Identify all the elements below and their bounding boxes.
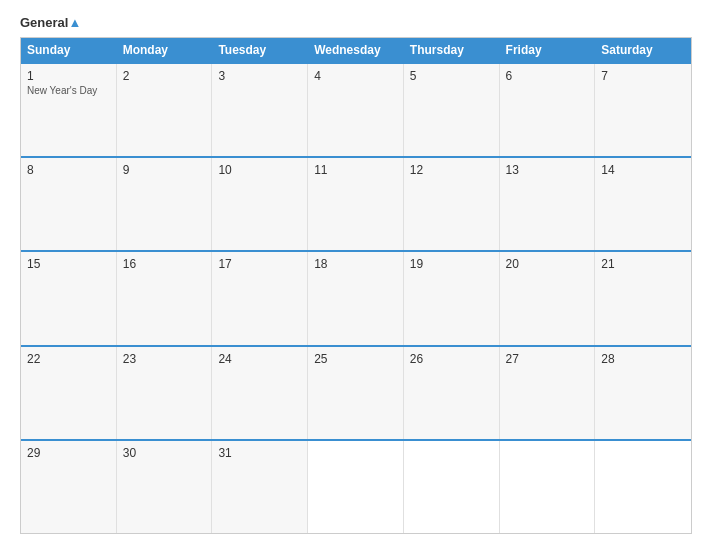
calendar-weeks: 1New Year's Day2345678910111213141516171… xyxy=(21,62,691,533)
day-header-friday: Friday xyxy=(500,38,596,62)
empty-day-cell xyxy=(404,441,500,533)
day-cell-9: 9 xyxy=(117,158,213,250)
day-cell-7: 7 xyxy=(595,64,691,156)
empty-day-cell xyxy=(595,441,691,533)
day-cell-15: 15 xyxy=(21,252,117,344)
day-number: 26 xyxy=(410,352,493,366)
day-cell-12: 12 xyxy=(404,158,500,250)
day-number: 4 xyxy=(314,69,397,83)
day-number: 17 xyxy=(218,257,301,271)
day-number: 27 xyxy=(506,352,589,366)
day-header-tuesday: Tuesday xyxy=(212,38,308,62)
day-cell-24: 24 xyxy=(212,347,308,439)
day-number: 28 xyxy=(601,352,685,366)
day-number: 13 xyxy=(506,163,589,177)
day-number: 18 xyxy=(314,257,397,271)
day-number: 6 xyxy=(506,69,589,83)
logo: General▲ xyxy=(20,16,81,29)
day-number: 23 xyxy=(123,352,206,366)
week-row-2: 891011121314 xyxy=(21,156,691,250)
day-number: 14 xyxy=(601,163,685,177)
day-cell-6: 6 xyxy=(500,64,596,156)
day-header-monday: Monday xyxy=(117,38,213,62)
day-number: 10 xyxy=(218,163,301,177)
day-number: 5 xyxy=(410,69,493,83)
day-event: New Year's Day xyxy=(27,85,110,96)
logo-general: General xyxy=(20,15,68,30)
day-cell-5: 5 xyxy=(404,64,500,156)
day-cell-27: 27 xyxy=(500,347,596,439)
day-cell-21: 21 xyxy=(595,252,691,344)
day-cell-20: 20 xyxy=(500,252,596,344)
day-cell-4: 4 xyxy=(308,64,404,156)
day-number: 22 xyxy=(27,352,110,366)
day-cell-17: 17 xyxy=(212,252,308,344)
day-cell-30: 30 xyxy=(117,441,213,533)
day-number: 30 xyxy=(123,446,206,460)
day-number: 1 xyxy=(27,69,110,83)
week-row-5: 293031 xyxy=(21,439,691,533)
day-cell-25: 25 xyxy=(308,347,404,439)
calendar-grid: SundayMondayTuesdayWednesdayThursdayFrid… xyxy=(20,37,692,534)
day-number: 3 xyxy=(218,69,301,83)
day-header-wednesday: Wednesday xyxy=(308,38,404,62)
day-headers-row: SundayMondayTuesdayWednesdayThursdayFrid… xyxy=(21,38,691,62)
day-cell-16: 16 xyxy=(117,252,213,344)
day-number: 7 xyxy=(601,69,685,83)
day-cell-26: 26 xyxy=(404,347,500,439)
page-header: General▲ xyxy=(20,16,692,29)
calendar-page: General▲ SundayMondayTuesdayWednesdayThu… xyxy=(0,0,712,550)
week-row-4: 22232425262728 xyxy=(21,345,691,439)
empty-day-cell xyxy=(500,441,596,533)
day-number: 16 xyxy=(123,257,206,271)
day-cell-22: 22 xyxy=(21,347,117,439)
day-cell-13: 13 xyxy=(500,158,596,250)
day-number: 31 xyxy=(218,446,301,460)
day-number: 12 xyxy=(410,163,493,177)
empty-day-cell xyxy=(308,441,404,533)
day-cell-3: 3 xyxy=(212,64,308,156)
day-number: 21 xyxy=(601,257,685,271)
day-number: 11 xyxy=(314,163,397,177)
day-number: 2 xyxy=(123,69,206,83)
day-cell-28: 28 xyxy=(595,347,691,439)
day-cell-10: 10 xyxy=(212,158,308,250)
day-cell-23: 23 xyxy=(117,347,213,439)
day-number: 9 xyxy=(123,163,206,177)
day-number: 20 xyxy=(506,257,589,271)
day-number: 24 xyxy=(218,352,301,366)
logo-top-text: General▲ xyxy=(20,16,81,29)
day-header-saturday: Saturday xyxy=(595,38,691,62)
week-row-3: 15161718192021 xyxy=(21,250,691,344)
day-cell-2: 2 xyxy=(117,64,213,156)
day-cell-14: 14 xyxy=(595,158,691,250)
day-header-thursday: Thursday xyxy=(404,38,500,62)
day-number: 8 xyxy=(27,163,110,177)
day-cell-29: 29 xyxy=(21,441,117,533)
day-number: 29 xyxy=(27,446,110,460)
day-cell-8: 8 xyxy=(21,158,117,250)
day-cell-19: 19 xyxy=(404,252,500,344)
day-number: 15 xyxy=(27,257,110,271)
day-header-sunday: Sunday xyxy=(21,38,117,62)
day-cell-18: 18 xyxy=(308,252,404,344)
logo-triangle-icon: ▲ xyxy=(68,15,81,30)
day-number: 19 xyxy=(410,257,493,271)
day-cell-31: 31 xyxy=(212,441,308,533)
day-number: 25 xyxy=(314,352,397,366)
week-row-1: 1New Year's Day234567 xyxy=(21,62,691,156)
day-cell-1: 1New Year's Day xyxy=(21,64,117,156)
day-cell-11: 11 xyxy=(308,158,404,250)
